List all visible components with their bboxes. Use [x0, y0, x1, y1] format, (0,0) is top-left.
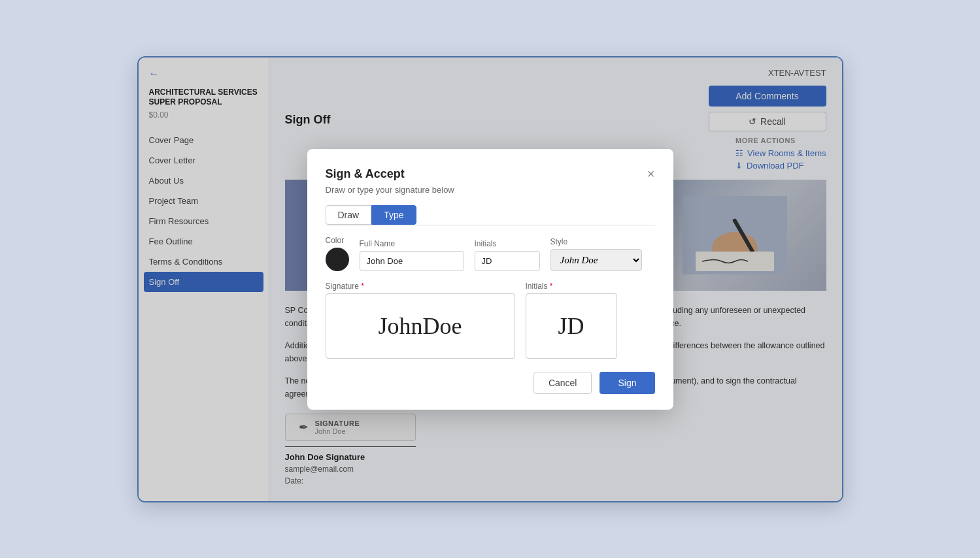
initials-label: Initials [475, 239, 540, 248]
initials-preview-text: JD [558, 312, 584, 340]
tab-draw[interactable]: Draw [326, 205, 372, 225]
sig-required-mark: * [361, 282, 364, 291]
form-row: Color Full Name Initials Style John Doe [326, 236, 655, 271]
initials-canvas-group: Initials * JD [526, 282, 617, 359]
signature-canvas-label: Signature * [326, 282, 515, 291]
initials-required-mark: * [550, 282, 553, 291]
style-group: Style John Doe [550, 237, 642, 271]
initials-group: Initials [475, 239, 540, 271]
modal-title: Sign & Accept [326, 167, 405, 181]
sig-fields-row: Signature * JohnDoe Initials * JD [326, 282, 655, 359]
color-swatch-button[interactable] [326, 248, 349, 271]
signature-canvas[interactable]: JohnDoe [326, 293, 515, 359]
full-name-group: Full Name [360, 239, 464, 271]
full-name-input[interactable] [360, 251, 464, 271]
color-group: Color [326, 236, 349, 271]
modal-overlay: Sign & Accept × Draw or type your signat… [139, 57, 842, 501]
full-name-label: Full Name [360, 239, 464, 248]
signature-preview-text: JohnDoe [379, 312, 462, 340]
tab-row: Draw Type [326, 205, 655, 225]
modal-close-button[interactable]: × [647, 167, 655, 180]
modal-header: Sign & Accept × [326, 167, 655, 181]
modal-footer: Cancel Sign [326, 372, 655, 394]
sign-button[interactable]: Sign [600, 372, 654, 394]
app-window: ← ARCHITECTURAL SERVICES SUPER PROPOSAL … [137, 56, 843, 502]
initials-input[interactable] [475, 251, 540, 271]
initials-canvas-label: Initials * [526, 282, 617, 291]
tab-type[interactable]: Type [371, 205, 416, 225]
signature-canvas-group: Signature * JohnDoe [326, 282, 515, 359]
sign-accept-modal: Sign & Accept × Draw or type your signat… [307, 149, 673, 410]
cancel-button[interactable]: Cancel [533, 372, 592, 394]
style-select[interactable]: John Doe [550, 249, 642, 271]
initials-canvas[interactable]: JD [526, 293, 617, 359]
style-label: Style [550, 237, 642, 246]
color-label: Color [326, 236, 349, 245]
modal-subtitle: Draw or type your signature below [326, 185, 655, 195]
